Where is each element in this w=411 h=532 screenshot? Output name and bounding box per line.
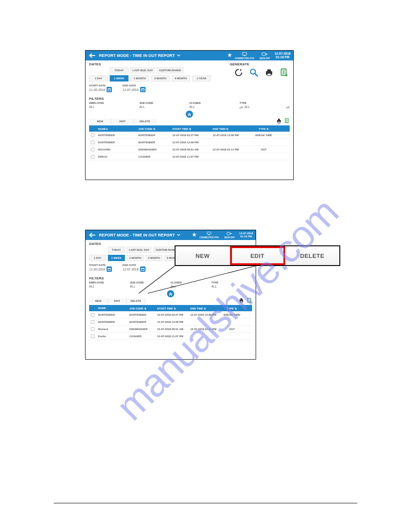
callout-edit-button[interactable]: EDIT	[230, 246, 285, 265]
tab-today[interactable]: TODAY	[110, 67, 128, 73]
back-arrow-icon[interactable]	[88, 53, 96, 58]
table-row[interactable]: RICHARDDISHWASHER12-07-2018 06:51 AM12-0…	[89, 146, 290, 153]
row-checkbox[interactable]	[91, 335, 94, 338]
callout-connector	[85, 266, 264, 295]
svg-rect-22	[207, 232, 211, 234]
calendar-icon[interactable]	[140, 87, 146, 92]
tab-1year[interactable]: 1 YEAR	[192, 75, 211, 82]
tab-1month[interactable]: 1 MONTH	[130, 75, 149, 82]
cell-name: BARTENDER	[96, 313, 128, 316]
table-row[interactable]: BARTENDERBARTENDER12-07-2018 12:09 PM	[89, 139, 290, 146]
tab-1week[interactable]: 1 WEEK	[108, 255, 125, 261]
cell-type: OUT	[250, 148, 277, 151]
signoff-button[interactable]: SIGN OFF	[224, 232, 235, 239]
col-end[interactable]: END TIME ⇅	[188, 307, 221, 310]
col-start[interactable]: START TIME ⇅	[171, 127, 211, 130]
end-date-value[interactable]: 12-07-2018	[123, 88, 139, 91]
tab-3month[interactable]: 3 MONTH	[151, 75, 170, 82]
tab-3month[interactable]: 3 MONTH	[146, 255, 163, 261]
cell-start: 12-07-2018 02:27 PM	[155, 313, 188, 316]
filter-jobcode-value[interactable]: ALL	[139, 104, 189, 108]
table-row[interactable]: BARTENDERBARTENDER12-07-2018 02:27 PM12-…	[89, 311, 252, 318]
chevron-down-icon[interactable]	[177, 54, 180, 58]
row-checkbox[interactable]	[91, 141, 94, 144]
export-icon[interactable]	[284, 118, 290, 124]
star-icon[interactable]	[227, 52, 232, 59]
table-row[interactable]: EMILIOCASHIER12-07-2018 11:07 PM	[89, 153, 290, 160]
callout-new-button[interactable]: NEW	[176, 246, 230, 265]
col-type[interactable]: TYPE ⇅	[221, 307, 243, 310]
row-checkbox[interactable]	[91, 155, 94, 159]
tab-custom[interactable]: CUSTOM RANGE	[157, 67, 183, 73]
print-icon[interactable]	[239, 298, 244, 304]
datetime-display: 12-07-2018 01:16 PM	[274, 52, 291, 59]
refresh-icon[interactable]	[234, 68, 243, 78]
filter-employee-value[interactable]: ALL	[89, 104, 139, 108]
print-icon[interactable]	[265, 68, 274, 78]
svg-rect-23	[208, 235, 210, 235]
signoff-icon	[227, 232, 232, 236]
export-icon[interactable]	[280, 68, 289, 78]
svg-line-33	[139, 266, 175, 293]
tab-1day[interactable]: 1 DAY	[89, 255, 106, 261]
tab-1week[interactable]: 1 WEEK	[110, 75, 128, 82]
collapse-toggle[interactable]	[86, 111, 293, 117]
page-title: REPORT MODE - TIME IN OUT REPORT	[96, 53, 175, 58]
page-footer-rule	[54, 503, 357, 503]
col-job[interactable]: JOB CODE ⇅	[128, 307, 155, 310]
cell-start: 12-07-2018 06:51 AM	[171, 148, 211, 151]
col-start[interactable]: START TIME ⇅	[155, 307, 188, 310]
new-button[interactable]: NEW	[89, 298, 108, 304]
print-icon[interactable]	[276, 118, 282, 124]
table-row[interactable]: EmilioCASHIER12-07-2018 11:07 PM	[89, 333, 252, 340]
star-icon[interactable]	[192, 232, 197, 238]
col-name[interactable]: NAME ▸	[96, 127, 137, 130]
svg-rect-12	[240, 107, 240, 108]
table-row[interactable]: BARTENDERBARTENDER12-07-2018 12:09 PM	[89, 318, 252, 326]
calendar-icon[interactable]	[107, 87, 112, 92]
row-checkbox[interactable]	[91, 320, 94, 324]
table-row[interactable]: RichardDISHWASHER12-07-2018 06:51 AM12-0…	[89, 326, 252, 333]
search-icon[interactable]	[249, 68, 258, 78]
back-arrow-icon[interactable]	[88, 233, 96, 237]
svg-rect-1	[244, 56, 245, 56]
cell-type: BREAK TIME	[221, 313, 243, 316]
tab-lastbus[interactable]: LAST BUS. DAY	[130, 67, 155, 73]
chevron-down-icon[interactable]	[177, 233, 180, 237]
tab-lastbus[interactable]: LAST BUS. DAY	[127, 247, 151, 253]
table-row[interactable]: BARTENDERBARTENDER12-07-2018 02:27 PM12-…	[89, 132, 290, 139]
svg-rect-31	[240, 301, 242, 303]
cell-job: DISHWASHER	[137, 148, 171, 151]
tab-1day[interactable]: 1 DAY	[89, 75, 108, 82]
start-date-value[interactable]: 11-30-2018	[89, 88, 105, 91]
signoff-button[interactable]: SIGN OFF	[260, 52, 270, 60]
filter-type-value[interactable]: ALL	[240, 104, 290, 108]
svg-rect-2	[262, 53, 265, 56]
new-button[interactable]: NEW	[89, 119, 111, 124]
col-job[interactable]: JOB CODE ⇅	[137, 127, 171, 130]
edit-button[interactable]: EDIT	[108, 298, 127, 304]
row-checkbox[interactable]	[91, 148, 94, 151]
signal-icon	[240, 106, 243, 108]
dates-section-label: DATES	[86, 60, 226, 66]
tab-1month[interactable]: 1 MONTH	[127, 255, 144, 261]
callout-delete-button[interactable]: DELETE	[285, 246, 339, 265]
delete-button[interactable]: DELETE	[134, 119, 156, 124]
cell-job: BARTENDER	[137, 141, 171, 144]
monitor-icon	[241, 52, 248, 56]
tab-6month[interactable]: 6 MONTH	[171, 75, 190, 82]
cell-start: 12-07-2018 11:07 PM	[155, 335, 188, 338]
col-type[interactable]: TYPE ⇅	[250, 127, 277, 130]
tab-today[interactable]: TODAY	[108, 247, 125, 253]
export-icon[interactable]	[247, 298, 252, 304]
row-checkbox[interactable]	[91, 133, 94, 137]
row-checkbox[interactable]	[91, 313, 94, 317]
svg-rect-15	[286, 107, 287, 108]
filter-closed-value[interactable]: ALL	[189, 104, 240, 108]
row-checkbox[interactable]	[91, 327, 94, 331]
edit-button[interactable]: EDIT	[111, 119, 134, 124]
svg-rect-20	[278, 121, 280, 123]
col-end[interactable]: END TIME ⇅	[211, 127, 250, 130]
delete-button[interactable]: DELETE	[127, 298, 146, 304]
col-name[interactable]: NAME	[96, 307, 128, 309]
